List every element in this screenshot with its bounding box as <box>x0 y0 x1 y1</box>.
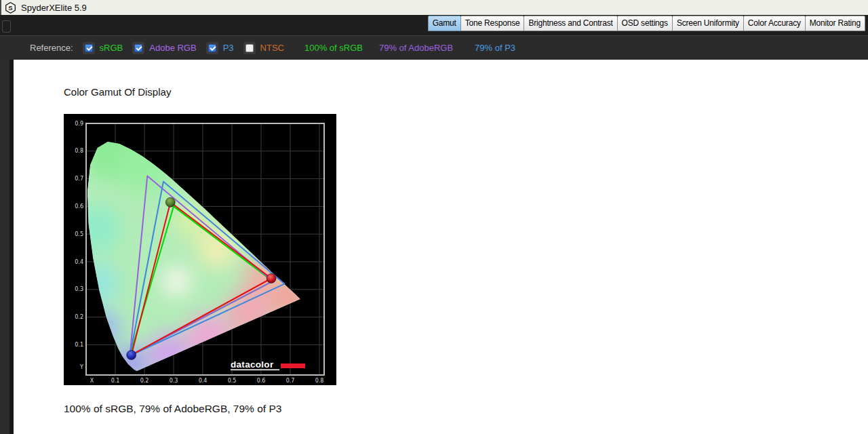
y-tick-label: 0.5 <box>75 231 83 237</box>
y-tick-label: 0.7 <box>75 176 83 182</box>
tab-color-accuracy[interactable]: Color Accuracy <box>743 16 806 31</box>
primary-marker-1 <box>267 273 276 283</box>
checkbox-patch <box>206 42 218 54</box>
x-tick-label: 0.4 <box>199 378 208 384</box>
checkbox-ntsc[interactable]: NTSC <box>243 42 284 54</box>
y-tick-label: 0.4 <box>75 259 83 265</box>
checked-checkbox-icon[interactable] <box>85 44 93 52</box>
x-tick-label: 0.3 <box>170 378 178 384</box>
tab-strip: GamutTone ResponseBrightness and Contras… <box>429 16 865 31</box>
datacolor-logo-text: datacolor <box>231 359 274 370</box>
tab-osd-settings[interactable]: OSD settings <box>617 16 673 31</box>
checkbox-patch <box>132 42 144 54</box>
tab-gamut[interactable]: Gamut <box>428 16 461 31</box>
checkbox-srgb[interactable]: sRGB <box>83 42 123 54</box>
tab-tone-response[interactable]: Tone Response <box>460 16 525 31</box>
svg-text:S: S <box>8 4 12 12</box>
coverage-stat-0: 100% of sRGB <box>304 43 363 53</box>
y-axis-label: Y <box>79 364 83 370</box>
checkbox-patch <box>243 42 256 54</box>
checked-checkbox-icon[interactable] <box>134 44 142 52</box>
y-tick-label: 0.8 <box>75 148 83 154</box>
y-tick-label: 0.6 <box>75 203 83 210</box>
tab-brightness-and-contrast[interactable]: Brightness and Contrast <box>524 16 617 31</box>
checked-checkbox-icon[interactable] <box>208 44 216 52</box>
checkbox-label-ntsc: NTSC <box>260 43 284 53</box>
checkbox-adobe-rgb[interactable]: Adobe RGB <box>132 42 196 54</box>
title-bar: S SpyderXElite 5.9 <box>0 0 868 15</box>
app-logo-icon: S <box>5 2 16 14</box>
datacolor-logo: datacolor <box>231 359 305 370</box>
window-title: SpyderXElite 5.9 <box>21 3 87 13</box>
unchecked-checkbox-icon[interactable] <box>245 44 254 52</box>
y-tick-label: 0.3 <box>75 286 83 292</box>
menu-bar: GamutTone ResponseBrightness and Contras… <box>0 15 868 35</box>
y-tick-label: 0.2 <box>75 314 83 320</box>
page-title: Color Gamut Of Display <box>64 86 171 98</box>
tab-screen-uniformity[interactable]: Screen Uniformity <box>672 16 744 31</box>
left-border-strip <box>0 60 9 434</box>
checkbox-label-p3: P3 <box>223 43 234 53</box>
y-tick-label: 0.9 <box>75 121 83 127</box>
primary-marker-0 <box>165 197 175 207</box>
x-axis-label: X <box>90 378 94 384</box>
x-tick-label: 0.1 <box>111 378 120 384</box>
menu-button[interactable] <box>2 20 11 33</box>
app-window: S SpyderXElite 5.9 GamutTone ResponseBri… <box>0 0 868 434</box>
x-tick-label: 0.8 <box>315 378 324 384</box>
x-tick-label: 0.5 <box>228 378 237 384</box>
checkbox-label-srgb: sRGB <box>100 43 123 53</box>
gamut-summary: 100% of sRGB, 79% of AdobeRGB, 79% of P3 <box>64 403 281 415</box>
x-tick-label: 0.6 <box>257 378 266 384</box>
cie-diagram: 0.90.80.70.60.50.40.30.20.10.10.20.30.40… <box>64 114 336 385</box>
x-tick-label: 0.7 <box>286 378 295 384</box>
checkbox-p3[interactable]: P3 <box>206 42 234 54</box>
tab-monitor-rating[interactable]: Monitor Rating <box>805 16 865 31</box>
x-tick-label: 0.2 <box>140 378 149 384</box>
gamut-chart: 0.90.80.70.60.50.40.30.20.10.10.20.30.40… <box>64 114 336 385</box>
checkbox-label-adobe-rgb: Adobe RGB <box>149 43 196 53</box>
y-tick-label: 0.1 <box>75 342 83 348</box>
reference-label: Reference: <box>30 43 73 53</box>
reference-toolbar: Reference: sRGBAdobe RGBP3NTSC 100% of s… <box>0 35 868 60</box>
primary-marker-2 <box>127 350 136 359</box>
coverage-stat-2: 79% of P3 <box>475 43 515 53</box>
datacolor-logo-bar <box>281 363 305 368</box>
checkbox-patch <box>83 42 95 54</box>
coverage-stat-1: 79% of AdobeRGB <box>379 43 453 53</box>
